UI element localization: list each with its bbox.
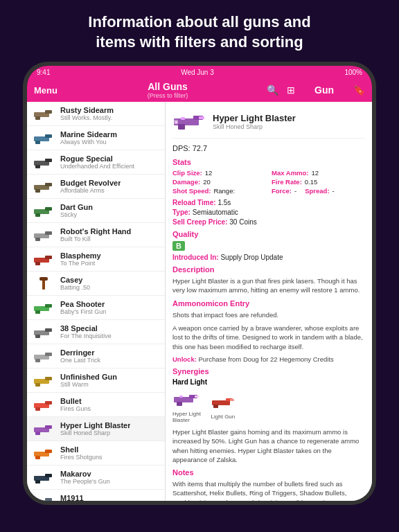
gun-list-item[interactable]: Marine SidearmAlways With You bbox=[27, 126, 165, 150]
gun-list-item[interactable]: M1911Classic bbox=[27, 490, 165, 501]
max-ammo-value: 12 bbox=[312, 169, 319, 177]
shot-speed-label: Shot Speed: bbox=[172, 187, 211, 195]
gun-list-item[interactable]: DerringerOne Last Trick bbox=[27, 344, 165, 369]
max-ammo-stat: Max Ammo: 12 bbox=[272, 169, 365, 177]
gun-list-info: Budget RevolverAffordable Arms bbox=[60, 179, 121, 194]
stats-grid: Clip Size: 12 Max Ammo: 12 Damage: 20 Fi… bbox=[172, 169, 365, 195]
svg-rect-61 bbox=[199, 116, 204, 119]
status-battery: 100% bbox=[344, 69, 362, 76]
svg-rect-59 bbox=[181, 117, 185, 120]
unlock-value: Purchase from Doug for 22 Hegemony Credi… bbox=[198, 355, 333, 363]
gun-list-item[interactable]: Pea ShooterBaby's First Gun bbox=[27, 296, 165, 320]
grid-icon[interactable]: ⊞ bbox=[287, 85, 295, 96]
gun-list-item[interactable]: CaseyBatting .50 bbox=[27, 272, 165, 296]
gun-list-item[interactable]: Rogue SpecialUnderhanded And Efficient bbox=[27, 150, 165, 175]
gun-list-desc: The People's Gun bbox=[60, 478, 110, 485]
status-date: Wed Jun 3 bbox=[181, 69, 214, 76]
gun-list-item[interactable]: Budget RevolverAffordable Arms bbox=[27, 175, 165, 199]
reload-value: 1.5s bbox=[218, 199, 231, 206]
gun-list-name: Bullet bbox=[60, 397, 91, 405]
gun-list-name: 38 Special bbox=[60, 324, 112, 332]
menu-button[interactable]: Menu bbox=[34, 85, 69, 96]
sell-line: Sell Creep Price: 30 Coins bbox=[172, 218, 365, 226]
svg-rect-10 bbox=[45, 183, 52, 186]
reload-line: Reload Time: 1.5s bbox=[172, 199, 365, 206]
sell-value: 30 Coins bbox=[229, 218, 256, 226]
gun-list-item[interactable]: BlasphemyTo The Point bbox=[27, 247, 165, 272]
gun-list-info: BulletFires Guns bbox=[60, 397, 91, 412]
gun-list-info: MakarovThe People's Gun bbox=[60, 470, 110, 485]
bookmark-icon[interactable]: 🔖 bbox=[353, 85, 365, 96]
gun-list-desc: Skill Honed Sharp bbox=[60, 429, 130, 436]
svg-rect-36 bbox=[45, 401, 52, 405]
search-icon[interactable]: 🔍 bbox=[267, 85, 278, 96]
synergy-items: Hyper LightBlaster Light Gun bbox=[172, 390, 365, 423]
nav-title[interactable]: All Guns bbox=[69, 81, 267, 92]
gun-list-desc: Built To Kill bbox=[60, 236, 131, 242]
gun-list-item[interactable]: Dart GunSticky bbox=[27, 199, 165, 223]
detail-header: Hyper Light Blaster Skill Honed Sharp bbox=[172, 109, 365, 139]
gun-list-info: CaseyBatting .50 bbox=[60, 276, 90, 291]
gun-list-item[interactable]: ShellFires Shotguns bbox=[27, 441, 165, 466]
synergy-gun-hyper: Hyper LightBlaster bbox=[172, 390, 201, 423]
gun-list-item[interactable]: MakarovThe People's Gun bbox=[27, 466, 165, 490]
fire-rate-value: 0.15 bbox=[305, 178, 318, 186]
gun-list-info: M1911Classic bbox=[60, 494, 84, 501]
force-stat: Force: - Spread: - bbox=[272, 187, 365, 195]
svg-rect-34 bbox=[35, 383, 40, 387]
gun-list-name: Robot's Right Hand bbox=[60, 227, 131, 236]
gun-list-desc: To The Point bbox=[60, 260, 101, 267]
nav-subtitle: (Press to filter) bbox=[69, 92, 267, 99]
gun-list-icon bbox=[33, 494, 55, 501]
gun-list-name: Hyper Light Blaster bbox=[60, 421, 130, 429]
clip-size-value: 12 bbox=[205, 169, 213, 177]
svg-rect-37 bbox=[35, 407, 40, 411]
svg-rect-42 bbox=[45, 450, 52, 453]
notes-text: With items that multiply the number of b… bbox=[172, 479, 365, 501]
description-text: Hyper Light Blaster is a gun that fires … bbox=[172, 276, 365, 295]
gun-list-info: Marine SidearmAlways With You bbox=[60, 130, 117, 145]
status-time: 9:41 bbox=[37, 69, 50, 76]
gun-list-info: Unfinished GunStill Warm bbox=[60, 373, 117, 388]
svg-rect-2 bbox=[35, 116, 40, 120]
nav-bar: Menu All Guns (Press to filter) 🔍 ⊞ Gun … bbox=[27, 78, 372, 102]
gun-list-item[interactable]: 38 SpecialFor The Inquisitive bbox=[27, 320, 165, 344]
svg-rect-24 bbox=[45, 304, 52, 308]
gun-list-name: Casey bbox=[60, 276, 90, 284]
description-title: Description bbox=[172, 265, 365, 274]
svg-rect-14 bbox=[35, 213, 40, 217]
range-label: Range: bbox=[213, 187, 235, 195]
svg-rect-22 bbox=[39, 277, 48, 281]
svg-rect-13 bbox=[45, 207, 52, 211]
synergy-gun-light-icon bbox=[209, 393, 237, 412]
unlock-label: Unlock: bbox=[172, 355, 197, 363]
gun-list-name: Rogue Special bbox=[60, 154, 134, 163]
type-value: Semiautomatic bbox=[193, 209, 238, 216]
gun-list-item[interactable]: Robot's Right HandBuilt To Kill bbox=[27, 223, 165, 247]
detail-gun-subtitle: Skill Honed Sharp bbox=[213, 123, 296, 130]
fire-rate-label: Fire Rate: bbox=[272, 178, 302, 186]
gun-list-name: Makarov bbox=[60, 470, 110, 478]
svg-rect-19 bbox=[45, 256, 52, 259]
gun-list-name: Dart Gun bbox=[60, 203, 93, 211]
gun-list-icon bbox=[33, 130, 55, 145]
detail-gun-icon bbox=[172, 109, 206, 134]
damage-stat: Damage: 20 bbox=[172, 178, 266, 186]
gun-list-icon bbox=[33, 203, 55, 218]
gun-list-icon bbox=[33, 227, 55, 242]
gun-list-item[interactable]: Unfinished GunStill Warm bbox=[27, 369, 165, 393]
notes-title: Notes bbox=[172, 468, 365, 477]
status-bar: 9:41 Wed Jun 3 100% bbox=[27, 66, 372, 78]
gun-list-item[interactable]: Hyper Light BlasterSkill Honed Sharp bbox=[27, 417, 165, 441]
gun-list-info: Rogue SpecialUnderhanded And Efficient bbox=[60, 154, 134, 170]
gun-list-name: Shell bbox=[60, 445, 103, 454]
gun-list-item[interactable]: Rusty SidearmStill Works. Mostly. bbox=[27, 102, 165, 126]
gun-list-item[interactable]: BulletFires Guns bbox=[27, 393, 165, 417]
spread-label: Spread: bbox=[305, 187, 329, 195]
gun-list-icon bbox=[33, 348, 55, 364]
gun-list-info: 38 SpecialFor The Inquisitive bbox=[60, 324, 112, 339]
damage-value: 20 bbox=[203, 178, 211, 186]
svg-rect-17 bbox=[35, 238, 40, 241]
gun-list-icon bbox=[33, 324, 55, 339]
gun-list-desc: Fires Shotguns bbox=[60, 454, 103, 461]
